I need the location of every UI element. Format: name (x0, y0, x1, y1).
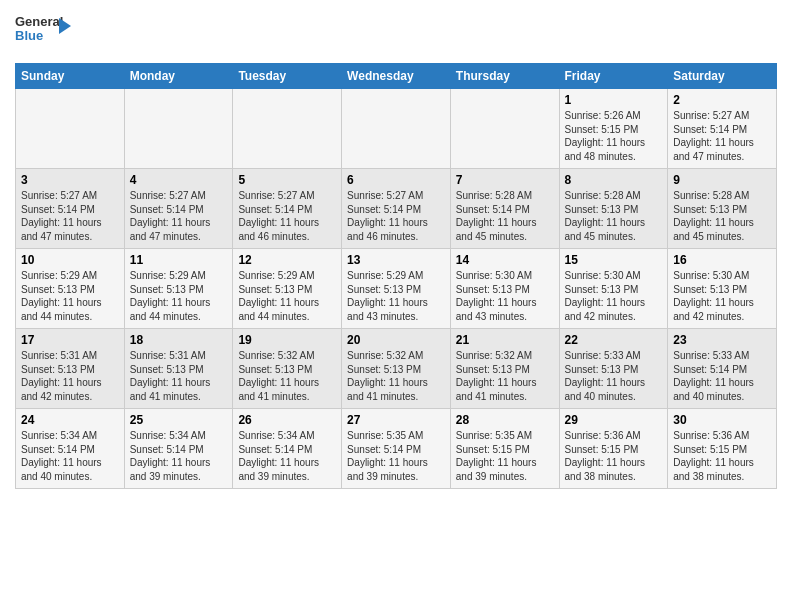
day-cell: 13Sunrise: 5:29 AM Sunset: 5:13 PM Dayli… (342, 249, 451, 329)
day-number: 30 (673, 413, 771, 427)
day-cell: 30Sunrise: 5:36 AM Sunset: 5:15 PM Dayli… (668, 409, 777, 489)
day-cell: 21Sunrise: 5:32 AM Sunset: 5:13 PM Dayli… (450, 329, 559, 409)
day-number: 1 (565, 93, 663, 107)
day-number: 3 (21, 173, 119, 187)
day-cell (342, 89, 451, 169)
logo-svg: General Blue (15, 10, 75, 55)
day-info: Sunrise: 5:26 AM Sunset: 5:15 PM Dayligh… (565, 109, 663, 163)
day-cell: 2Sunrise: 5:27 AM Sunset: 5:14 PM Daylig… (668, 89, 777, 169)
day-info: Sunrise: 5:28 AM Sunset: 5:14 PM Dayligh… (456, 189, 554, 243)
day-number: 17 (21, 333, 119, 347)
day-info: Sunrise: 5:27 AM Sunset: 5:14 PM Dayligh… (238, 189, 336, 243)
day-number: 19 (238, 333, 336, 347)
day-cell: 15Sunrise: 5:30 AM Sunset: 5:13 PM Dayli… (559, 249, 668, 329)
day-info: Sunrise: 5:28 AM Sunset: 5:13 PM Dayligh… (565, 189, 663, 243)
day-cell: 26Sunrise: 5:34 AM Sunset: 5:14 PM Dayli… (233, 409, 342, 489)
day-number: 22 (565, 333, 663, 347)
day-info: Sunrise: 5:32 AM Sunset: 5:13 PM Dayligh… (456, 349, 554, 403)
day-info: Sunrise: 5:35 AM Sunset: 5:14 PM Dayligh… (347, 429, 445, 483)
day-info: Sunrise: 5:27 AM Sunset: 5:14 PM Dayligh… (21, 189, 119, 243)
day-number: 26 (238, 413, 336, 427)
header: General Blue (15, 10, 777, 55)
day-number: 10 (21, 253, 119, 267)
day-info: Sunrise: 5:29 AM Sunset: 5:13 PM Dayligh… (347, 269, 445, 323)
day-cell (450, 89, 559, 169)
column-header-sunday: Sunday (16, 64, 125, 89)
day-cell: 16Sunrise: 5:30 AM Sunset: 5:13 PM Dayli… (668, 249, 777, 329)
day-number: 23 (673, 333, 771, 347)
day-number: 24 (21, 413, 119, 427)
day-info: Sunrise: 5:33 AM Sunset: 5:13 PM Dayligh… (565, 349, 663, 403)
day-cell: 19Sunrise: 5:32 AM Sunset: 5:13 PM Dayli… (233, 329, 342, 409)
day-cell: 11Sunrise: 5:29 AM Sunset: 5:13 PM Dayli… (124, 249, 233, 329)
day-cell: 28Sunrise: 5:35 AM Sunset: 5:15 PM Dayli… (450, 409, 559, 489)
day-info: Sunrise: 5:33 AM Sunset: 5:14 PM Dayligh… (673, 349, 771, 403)
day-cell: 3Sunrise: 5:27 AM Sunset: 5:14 PM Daylig… (16, 169, 125, 249)
day-number: 18 (130, 333, 228, 347)
day-number: 11 (130, 253, 228, 267)
day-info: Sunrise: 5:29 AM Sunset: 5:13 PM Dayligh… (21, 269, 119, 323)
week-row-4: 17Sunrise: 5:31 AM Sunset: 5:13 PM Dayli… (16, 329, 777, 409)
day-number: 13 (347, 253, 445, 267)
week-row-1: 1Sunrise: 5:26 AM Sunset: 5:15 PM Daylig… (16, 89, 777, 169)
day-info: Sunrise: 5:27 AM Sunset: 5:14 PM Dayligh… (673, 109, 771, 163)
day-cell: 25Sunrise: 5:34 AM Sunset: 5:14 PM Dayli… (124, 409, 233, 489)
day-info: Sunrise: 5:31 AM Sunset: 5:13 PM Dayligh… (130, 349, 228, 403)
week-row-3: 10Sunrise: 5:29 AM Sunset: 5:13 PM Dayli… (16, 249, 777, 329)
svg-text:General: General (15, 14, 63, 29)
day-info: Sunrise: 5:36 AM Sunset: 5:15 PM Dayligh… (565, 429, 663, 483)
day-number: 6 (347, 173, 445, 187)
day-number: 15 (565, 253, 663, 267)
day-info: Sunrise: 5:28 AM Sunset: 5:13 PM Dayligh… (673, 189, 771, 243)
day-cell (233, 89, 342, 169)
week-row-5: 24Sunrise: 5:34 AM Sunset: 5:14 PM Dayli… (16, 409, 777, 489)
column-header-friday: Friday (559, 64, 668, 89)
day-cell (16, 89, 125, 169)
day-number: 2 (673, 93, 771, 107)
day-number: 20 (347, 333, 445, 347)
day-cell: 1Sunrise: 5:26 AM Sunset: 5:15 PM Daylig… (559, 89, 668, 169)
calendar-page: General Blue SundayMondayTuesdayWednesda… (0, 0, 792, 499)
day-cell: 29Sunrise: 5:36 AM Sunset: 5:15 PM Dayli… (559, 409, 668, 489)
day-info: Sunrise: 5:27 AM Sunset: 5:14 PM Dayligh… (130, 189, 228, 243)
day-cell: 20Sunrise: 5:32 AM Sunset: 5:13 PM Dayli… (342, 329, 451, 409)
day-cell: 24Sunrise: 5:34 AM Sunset: 5:14 PM Dayli… (16, 409, 125, 489)
day-number: 21 (456, 333, 554, 347)
day-info: Sunrise: 5:36 AM Sunset: 5:15 PM Dayligh… (673, 429, 771, 483)
day-cell: 5Sunrise: 5:27 AM Sunset: 5:14 PM Daylig… (233, 169, 342, 249)
day-number: 7 (456, 173, 554, 187)
day-number: 12 (238, 253, 336, 267)
day-info: Sunrise: 5:32 AM Sunset: 5:13 PM Dayligh… (238, 349, 336, 403)
day-info: Sunrise: 5:31 AM Sunset: 5:13 PM Dayligh… (21, 349, 119, 403)
day-info: Sunrise: 5:29 AM Sunset: 5:13 PM Dayligh… (238, 269, 336, 323)
day-number: 4 (130, 173, 228, 187)
day-number: 27 (347, 413, 445, 427)
day-info: Sunrise: 5:34 AM Sunset: 5:14 PM Dayligh… (238, 429, 336, 483)
day-cell: 9Sunrise: 5:28 AM Sunset: 5:13 PM Daylig… (668, 169, 777, 249)
day-cell: 27Sunrise: 5:35 AM Sunset: 5:14 PM Dayli… (342, 409, 451, 489)
day-cell: 23Sunrise: 5:33 AM Sunset: 5:14 PM Dayli… (668, 329, 777, 409)
day-cell: 7Sunrise: 5:28 AM Sunset: 5:14 PM Daylig… (450, 169, 559, 249)
day-number: 29 (565, 413, 663, 427)
day-cell: 6Sunrise: 5:27 AM Sunset: 5:14 PM Daylig… (342, 169, 451, 249)
day-info: Sunrise: 5:32 AM Sunset: 5:13 PM Dayligh… (347, 349, 445, 403)
day-number: 8 (565, 173, 663, 187)
day-number: 9 (673, 173, 771, 187)
day-cell: 17Sunrise: 5:31 AM Sunset: 5:13 PM Dayli… (16, 329, 125, 409)
day-info: Sunrise: 5:30 AM Sunset: 5:13 PM Dayligh… (565, 269, 663, 323)
column-header-saturday: Saturday (668, 64, 777, 89)
day-number: 5 (238, 173, 336, 187)
column-header-wednesday: Wednesday (342, 64, 451, 89)
day-number: 16 (673, 253, 771, 267)
week-row-2: 3Sunrise: 5:27 AM Sunset: 5:14 PM Daylig… (16, 169, 777, 249)
day-number: 28 (456, 413, 554, 427)
calendar-table: SundayMondayTuesdayWednesdayThursdayFrid… (15, 63, 777, 489)
column-header-thursday: Thursday (450, 64, 559, 89)
day-cell: 22Sunrise: 5:33 AM Sunset: 5:13 PM Dayli… (559, 329, 668, 409)
svg-marker-2 (59, 18, 71, 34)
day-cell (124, 89, 233, 169)
day-info: Sunrise: 5:27 AM Sunset: 5:14 PM Dayligh… (347, 189, 445, 243)
day-info: Sunrise: 5:34 AM Sunset: 5:14 PM Dayligh… (130, 429, 228, 483)
day-cell: 10Sunrise: 5:29 AM Sunset: 5:13 PM Dayli… (16, 249, 125, 329)
day-info: Sunrise: 5:34 AM Sunset: 5:14 PM Dayligh… (21, 429, 119, 483)
